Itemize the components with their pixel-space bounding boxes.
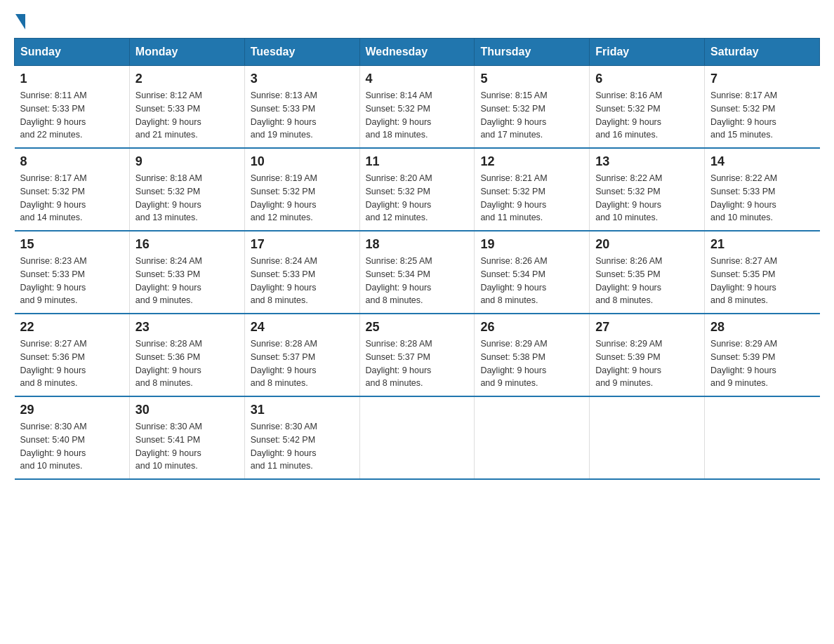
- header-monday: Monday: [129, 39, 244, 66]
- week-row-1: 1 Sunrise: 8:11 AM Sunset: 5:33 PM Dayli…: [15, 66, 820, 149]
- week-row-5: 29 Sunrise: 8:30 AM Sunset: 5:40 PM Dayl…: [15, 396, 820, 479]
- calendar-cell: 23 Sunrise: 8:28 AM Sunset: 5:36 PM Dayl…: [129, 314, 244, 396]
- day-info: Sunrise: 8:18 AM Sunset: 5:32 PM Dayligh…: [135, 172, 239, 224]
- calendar-cell: 5 Sunrise: 8:15 AM Sunset: 5:32 PM Dayli…: [475, 66, 590, 149]
- day-number: 25: [366, 320, 469, 335]
- day-info: Sunrise: 8:29 AM Sunset: 5:39 PM Dayligh…: [710, 337, 814, 390]
- calendar-cell: 4 Sunrise: 8:14 AM Sunset: 5:32 PM Dayli…: [359, 66, 475, 149]
- header-sunday: Sunday: [15, 39, 130, 66]
- header-wednesday: Wednesday: [359, 39, 475, 66]
- calendar-cell: [359, 396, 475, 479]
- day-number: 16: [135, 237, 239, 252]
- day-number: 20: [595, 237, 699, 252]
- logo-arrow-icon: [15, 14, 25, 29]
- day-number: 29: [20, 403, 124, 417]
- page-header: [14, 14, 820, 27]
- day-number: 6: [595, 72, 699, 86]
- day-info: Sunrise: 8:25 AM Sunset: 5:34 PM Dayligh…: [366, 255, 469, 307]
- day-info: Sunrise: 8:21 AM Sunset: 5:32 PM Dayligh…: [480, 172, 583, 224]
- day-number: 19: [480, 237, 583, 252]
- calendar-cell: 26 Sunrise: 8:29 AM Sunset: 5:38 PM Dayl…: [475, 314, 590, 396]
- day-info: Sunrise: 8:28 AM Sunset: 5:37 PM Dayligh…: [251, 337, 354, 390]
- day-number: 11: [366, 154, 469, 169]
- calendar-cell: 13 Sunrise: 8:22 AM Sunset: 5:32 PM Dayl…: [590, 148, 705, 231]
- calendar-cell: 24 Sunrise: 8:28 AM Sunset: 5:37 PM Dayl…: [244, 314, 359, 396]
- calendar-cell: 19 Sunrise: 8:26 AM Sunset: 5:34 PM Dayl…: [475, 231, 590, 314]
- calendar-cell: 20 Sunrise: 8:26 AM Sunset: 5:35 PM Dayl…: [590, 231, 705, 314]
- day-info: Sunrise: 8:26 AM Sunset: 5:34 PM Dayligh…: [480, 255, 583, 307]
- day-info: Sunrise: 8:30 AM Sunset: 5:42 PM Dayligh…: [251, 420, 354, 473]
- day-number: 27: [595, 320, 699, 335]
- header-friday: Friday: [590, 39, 705, 66]
- calendar-table: SundayMondayTuesdayWednesdayThursdayFrid…: [14, 38, 820, 480]
- day-info: Sunrise: 8:23 AM Sunset: 5:33 PM Dayligh…: [20, 255, 124, 307]
- day-info: Sunrise: 8:27 AM Sunset: 5:35 PM Dayligh…: [710, 255, 814, 307]
- calendar-cell: 14 Sunrise: 8:22 AM Sunset: 5:33 PM Dayl…: [705, 148, 820, 231]
- day-info: Sunrise: 8:22 AM Sunset: 5:32 PM Dayligh…: [595, 172, 699, 224]
- calendar-cell: 10 Sunrise: 8:19 AM Sunset: 5:32 PM Dayl…: [244, 148, 359, 231]
- week-row-4: 22 Sunrise: 8:27 AM Sunset: 5:36 PM Dayl…: [15, 314, 820, 396]
- day-info: Sunrise: 8:28 AM Sunset: 5:36 PM Dayligh…: [135, 337, 239, 390]
- day-info: Sunrise: 8:22 AM Sunset: 5:33 PM Dayligh…: [710, 172, 814, 224]
- weekday-header-row: SundayMondayTuesdayWednesdayThursdayFrid…: [15, 39, 820, 66]
- day-number: 17: [251, 237, 354, 252]
- day-info: Sunrise: 8:29 AM Sunset: 5:39 PM Dayligh…: [595, 337, 699, 390]
- week-row-2: 8 Sunrise: 8:17 AM Sunset: 5:32 PM Dayli…: [15, 148, 820, 231]
- day-info: Sunrise: 8:27 AM Sunset: 5:36 PM Dayligh…: [20, 337, 124, 390]
- calendar-cell: 22 Sunrise: 8:27 AM Sunset: 5:36 PM Dayl…: [15, 314, 130, 396]
- header-thursday: Thursday: [475, 39, 590, 66]
- day-number: 15: [20, 237, 124, 252]
- calendar-cell: 25 Sunrise: 8:28 AM Sunset: 5:37 PM Dayl…: [359, 314, 475, 396]
- calendar-cell: 18 Sunrise: 8:25 AM Sunset: 5:34 PM Dayl…: [359, 231, 475, 314]
- day-number: 3: [251, 72, 354, 86]
- calendar-cell: 15 Sunrise: 8:23 AM Sunset: 5:33 PM Dayl…: [15, 231, 130, 314]
- calendar-cell: 1 Sunrise: 8:11 AM Sunset: 5:33 PM Dayli…: [15, 66, 130, 149]
- day-info: Sunrise: 8:24 AM Sunset: 5:33 PM Dayligh…: [251, 255, 354, 307]
- calendar-cell: 6 Sunrise: 8:16 AM Sunset: 5:32 PM Dayli…: [590, 66, 705, 149]
- header-saturday: Saturday: [705, 39, 820, 66]
- header-tuesday: Tuesday: [244, 39, 359, 66]
- day-info: Sunrise: 8:30 AM Sunset: 5:41 PM Dayligh…: [135, 420, 239, 473]
- calendar-cell: 17 Sunrise: 8:24 AM Sunset: 5:33 PM Dayl…: [244, 231, 359, 314]
- day-number: 31: [251, 403, 354, 417]
- day-number: 9: [135, 154, 239, 169]
- day-number: 13: [595, 154, 699, 169]
- calendar-cell: 2 Sunrise: 8:12 AM Sunset: 5:33 PM Dayli…: [129, 66, 244, 149]
- day-info: Sunrise: 8:30 AM Sunset: 5:40 PM Dayligh…: [20, 420, 124, 473]
- day-info: Sunrise: 8:13 AM Sunset: 5:33 PM Dayligh…: [251, 89, 354, 142]
- day-info: Sunrise: 8:20 AM Sunset: 5:32 PM Dayligh…: [366, 172, 469, 224]
- calendar-cell: 3 Sunrise: 8:13 AM Sunset: 5:33 PM Dayli…: [244, 66, 359, 149]
- calendar-cell: 21 Sunrise: 8:27 AM Sunset: 5:35 PM Dayl…: [705, 231, 820, 314]
- calendar-cell: 11 Sunrise: 8:20 AM Sunset: 5:32 PM Dayl…: [359, 148, 475, 231]
- day-number: 4: [366, 72, 469, 86]
- day-number: 14: [710, 154, 814, 169]
- calendar-cell: 12 Sunrise: 8:21 AM Sunset: 5:32 PM Dayl…: [475, 148, 590, 231]
- day-number: 5: [480, 72, 583, 86]
- day-info: Sunrise: 8:14 AM Sunset: 5:32 PM Dayligh…: [366, 89, 469, 142]
- day-info: Sunrise: 8:17 AM Sunset: 5:32 PM Dayligh…: [710, 89, 814, 142]
- day-number: 22: [20, 320, 124, 335]
- day-number: 21: [710, 237, 814, 252]
- day-number: 26: [480, 320, 583, 335]
- day-info: Sunrise: 8:15 AM Sunset: 5:32 PM Dayligh…: [480, 89, 583, 142]
- day-info: Sunrise: 8:17 AM Sunset: 5:32 PM Dayligh…: [20, 172, 124, 224]
- day-number: 24: [251, 320, 354, 335]
- day-info: Sunrise: 8:24 AM Sunset: 5:33 PM Dayligh…: [135, 255, 239, 307]
- calendar-cell: [705, 396, 820, 479]
- week-row-3: 15 Sunrise: 8:23 AM Sunset: 5:33 PM Dayl…: [15, 231, 820, 314]
- day-info: Sunrise: 8:19 AM Sunset: 5:32 PM Dayligh…: [251, 172, 354, 224]
- day-number: 2: [135, 72, 239, 86]
- day-info: Sunrise: 8:11 AM Sunset: 5:33 PM Dayligh…: [20, 89, 124, 142]
- calendar-cell: 7 Sunrise: 8:17 AM Sunset: 5:32 PM Dayli…: [705, 66, 820, 149]
- day-number: 18: [366, 237, 469, 252]
- day-number: 28: [710, 320, 814, 335]
- day-info: Sunrise: 8:26 AM Sunset: 5:35 PM Dayligh…: [595, 255, 699, 307]
- day-info: Sunrise: 8:29 AM Sunset: 5:38 PM Dayligh…: [480, 337, 583, 390]
- calendar-cell: 28 Sunrise: 8:29 AM Sunset: 5:39 PM Dayl…: [705, 314, 820, 396]
- calendar-cell: 27 Sunrise: 8:29 AM Sunset: 5:39 PM Dayl…: [590, 314, 705, 396]
- day-info: Sunrise: 8:12 AM Sunset: 5:33 PM Dayligh…: [135, 89, 239, 142]
- day-info: Sunrise: 8:16 AM Sunset: 5:32 PM Dayligh…: [595, 89, 699, 142]
- calendar-cell: [475, 396, 590, 479]
- calendar-cell: 9 Sunrise: 8:18 AM Sunset: 5:32 PM Dayli…: [129, 148, 244, 231]
- day-number: 30: [135, 403, 239, 417]
